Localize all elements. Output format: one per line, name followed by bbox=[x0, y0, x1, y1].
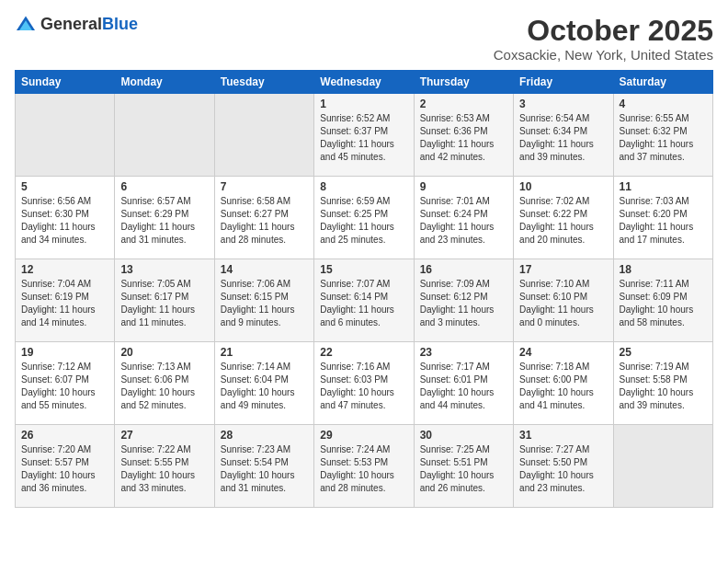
day-of-week-header: Friday bbox=[514, 71, 613, 94]
calendar-cell: 1Sunrise: 6:52 AM Sunset: 6:37 PM Daylig… bbox=[314, 94, 414, 177]
calendar-cell: 15Sunrise: 7:07 AM Sunset: 6:14 PM Dayli… bbox=[314, 259, 414, 342]
day-number: 16 bbox=[420, 263, 507, 276]
day-number: 4 bbox=[620, 98, 707, 110]
day-of-week-header: Monday bbox=[115, 71, 214, 94]
calendar-week-row: 5Sunrise: 6:56 AM Sunset: 6:30 PM Daylig… bbox=[16, 177, 713, 259]
calendar-cell: 30Sunrise: 7:25 AM Sunset: 5:51 PM Dayli… bbox=[414, 425, 513, 508]
day-number: 1 bbox=[320, 98, 407, 110]
day-of-week-header: Wednesday bbox=[314, 71, 414, 94]
day-number: 12 bbox=[21, 263, 108, 276]
calendar-week-row: 26Sunrise: 7:20 AM Sunset: 5:57 PM Dayli… bbox=[16, 425, 713, 508]
logo-icon bbox=[15, 15, 37, 33]
calendar-cell: 13Sunrise: 7:05 AM Sunset: 6:17 PM Dayli… bbox=[115, 259, 214, 342]
calendar-cell: 18Sunrise: 7:11 AM Sunset: 6:09 PM Dayli… bbox=[613, 259, 712, 342]
logo: GeneralBlue bbox=[15, 15, 138, 34]
day-info: Sunrise: 7:16 AM Sunset: 6:03 PM Dayligh… bbox=[320, 361, 407, 412]
day-info: Sunrise: 7:27 AM Sunset: 5:50 PM Dayligh… bbox=[519, 443, 607, 495]
calendar-cell bbox=[16, 94, 115, 177]
day-info: Sunrise: 7:11 AM Sunset: 6:09 PM Dayligh… bbox=[620, 278, 707, 329]
calendar-cell: 2Sunrise: 6:53 AM Sunset: 6:36 PM Daylig… bbox=[414, 94, 513, 177]
day-number: 20 bbox=[120, 346, 208, 359]
calendar-week-row: 12Sunrise: 7:04 AM Sunset: 6:19 PM Dayli… bbox=[16, 259, 713, 342]
day-info: Sunrise: 7:23 AM Sunset: 5:54 PM Dayligh… bbox=[221, 443, 308, 495]
month-title: October 2025 bbox=[494, 15, 713, 47]
day-number: 24 bbox=[519, 346, 607, 359]
day-of-week-header: Tuesday bbox=[214, 71, 313, 94]
day-info: Sunrise: 6:57 AM Sunset: 6:29 PM Dayligh… bbox=[120, 195, 208, 247]
day-number: 5 bbox=[21, 180, 108, 193]
calendar-cell: 5Sunrise: 6:56 AM Sunset: 6:30 PM Daylig… bbox=[16, 177, 115, 259]
calendar-cell: 17Sunrise: 7:10 AM Sunset: 6:10 PM Dayli… bbox=[514, 259, 613, 342]
calendar-week-row: 1Sunrise: 6:52 AM Sunset: 6:37 PM Daylig… bbox=[16, 94, 713, 177]
day-number: 3 bbox=[519, 98, 607, 110]
calendar-cell: 24Sunrise: 7:18 AM Sunset: 6:00 PM Dayli… bbox=[514, 342, 613, 425]
day-number: 15 bbox=[320, 263, 407, 276]
day-number: 28 bbox=[221, 429, 308, 442]
calendar-cell: 10Sunrise: 7:02 AM Sunset: 6:22 PM Dayli… bbox=[514, 177, 613, 259]
day-info: Sunrise: 7:24 AM Sunset: 5:53 PM Dayligh… bbox=[320, 443, 407, 495]
calendar-cell: 6Sunrise: 6:57 AM Sunset: 6:29 PM Daylig… bbox=[115, 177, 214, 259]
day-info: Sunrise: 7:01 AM Sunset: 6:24 PM Dayligh… bbox=[420, 195, 507, 247]
calendar-cell: 12Sunrise: 7:04 AM Sunset: 6:19 PM Dayli… bbox=[16, 259, 115, 342]
calendar-cell: 8Sunrise: 6:59 AM Sunset: 6:25 PM Daylig… bbox=[314, 177, 414, 259]
calendar-cell bbox=[613, 425, 712, 508]
calendar-cell: 22Sunrise: 7:16 AM Sunset: 6:03 PM Dayli… bbox=[314, 342, 414, 425]
day-of-week-header: Sunday bbox=[16, 71, 115, 94]
day-number: 23 bbox=[420, 346, 507, 359]
day-number: 9 bbox=[420, 180, 507, 193]
title-block: October 2025 Coxsackie, New York, United… bbox=[494, 15, 713, 63]
day-number: 21 bbox=[221, 346, 308, 359]
day-number: 30 bbox=[420, 429, 507, 442]
calendar-table: SundayMondayTuesdayWednesdayThursdayFrid… bbox=[15, 70, 713, 508]
day-number: 22 bbox=[320, 346, 407, 359]
day-info: Sunrise: 7:12 AM Sunset: 6:07 PM Dayligh… bbox=[21, 361, 108, 412]
calendar-cell: 7Sunrise: 6:58 AM Sunset: 6:27 PM Daylig… bbox=[214, 177, 313, 259]
day-number: 27 bbox=[120, 429, 208, 442]
calendar-cell: 9Sunrise: 7:01 AM Sunset: 6:24 PM Daylig… bbox=[414, 177, 513, 259]
day-info: Sunrise: 7:05 AM Sunset: 6:17 PM Dayligh… bbox=[120, 278, 208, 329]
calendar-cell: 20Sunrise: 7:13 AM Sunset: 6:06 PM Dayli… bbox=[115, 342, 214, 425]
day-info: Sunrise: 7:22 AM Sunset: 5:55 PM Dayligh… bbox=[120, 443, 208, 495]
day-info: Sunrise: 7:19 AM Sunset: 5:58 PM Dayligh… bbox=[620, 361, 707, 412]
location-title: Coxsackie, New York, United States bbox=[494, 47, 713, 63]
calendar-cell: 26Sunrise: 7:20 AM Sunset: 5:57 PM Dayli… bbox=[16, 425, 115, 508]
day-number: 29 bbox=[320, 429, 407, 442]
page-header: GeneralBlue October 2025 Coxsackie, New … bbox=[15, 15, 713, 63]
calendar-cell: 29Sunrise: 7:24 AM Sunset: 5:53 PM Dayli… bbox=[314, 425, 414, 508]
day-of-week-header: Saturday bbox=[613, 71, 712, 94]
day-info: Sunrise: 6:53 AM Sunset: 6:36 PM Dayligh… bbox=[420, 112, 507, 164]
day-info: Sunrise: 7:09 AM Sunset: 6:12 PM Dayligh… bbox=[420, 278, 507, 329]
calendar-cell: 23Sunrise: 7:17 AM Sunset: 6:01 PM Dayli… bbox=[414, 342, 513, 425]
day-info: Sunrise: 7:03 AM Sunset: 6:20 PM Dayligh… bbox=[620, 195, 707, 247]
day-number: 26 bbox=[21, 429, 108, 442]
day-number: 14 bbox=[221, 263, 308, 276]
day-info: Sunrise: 7:02 AM Sunset: 6:22 PM Dayligh… bbox=[519, 195, 607, 247]
day-info: Sunrise: 7:18 AM Sunset: 6:00 PM Dayligh… bbox=[519, 361, 607, 412]
day-number: 8 bbox=[320, 180, 407, 193]
day-number: 11 bbox=[620, 180, 707, 193]
day-number: 19 bbox=[21, 346, 108, 359]
calendar-cell bbox=[214, 94, 313, 177]
day-info: Sunrise: 6:52 AM Sunset: 6:37 PM Dayligh… bbox=[320, 112, 407, 164]
day-number: 18 bbox=[620, 263, 707, 276]
calendar-cell: 16Sunrise: 7:09 AM Sunset: 6:12 PM Dayli… bbox=[414, 259, 513, 342]
calendar-cell: 28Sunrise: 7:23 AM Sunset: 5:54 PM Dayli… bbox=[214, 425, 313, 508]
day-info: Sunrise: 6:55 AM Sunset: 6:32 PM Dayligh… bbox=[620, 112, 707, 164]
day-number: 31 bbox=[519, 429, 607, 442]
day-info: Sunrise: 7:06 AM Sunset: 6:15 PM Dayligh… bbox=[221, 278, 308, 329]
day-number: 13 bbox=[120, 263, 208, 276]
day-of-week-header: Thursday bbox=[414, 71, 513, 94]
day-number: 17 bbox=[519, 263, 607, 276]
day-info: Sunrise: 6:58 AM Sunset: 6:27 PM Dayligh… bbox=[221, 195, 308, 247]
calendar-cell: 3Sunrise: 6:54 AM Sunset: 6:34 PM Daylig… bbox=[514, 94, 613, 177]
calendar-cell: 21Sunrise: 7:14 AM Sunset: 6:04 PM Dayli… bbox=[214, 342, 313, 425]
calendar-cell: 25Sunrise: 7:19 AM Sunset: 5:58 PM Dayli… bbox=[613, 342, 712, 425]
calendar-cell: 4Sunrise: 6:55 AM Sunset: 6:32 PM Daylig… bbox=[613, 94, 712, 177]
calendar-cell: 14Sunrise: 7:06 AM Sunset: 6:15 PM Dayli… bbox=[214, 259, 313, 342]
logo-text: GeneralBlue bbox=[40, 15, 138, 34]
day-info: Sunrise: 7:13 AM Sunset: 6:06 PM Dayligh… bbox=[120, 361, 208, 412]
day-info: Sunrise: 7:04 AM Sunset: 6:19 PM Dayligh… bbox=[21, 278, 108, 329]
day-info: Sunrise: 7:17 AM Sunset: 6:01 PM Dayligh… bbox=[420, 361, 507, 412]
day-number: 25 bbox=[620, 346, 707, 359]
day-info: Sunrise: 7:10 AM Sunset: 6:10 PM Dayligh… bbox=[519, 278, 607, 329]
